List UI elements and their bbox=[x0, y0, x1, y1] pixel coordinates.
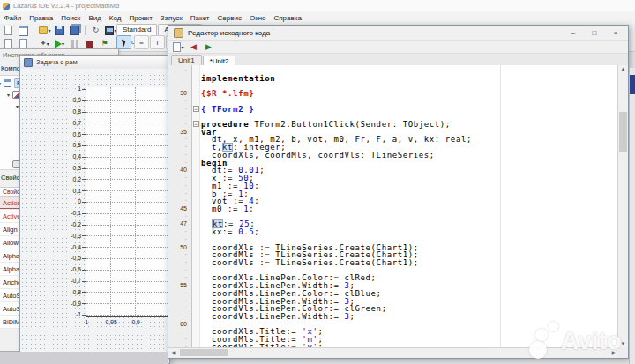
component-icon-2[interactable]: T bbox=[150, 35, 165, 49]
open-file-dropdown-button[interactable]: ▾ bbox=[172, 41, 186, 54]
gutter-line-28[interactable]: · bbox=[168, 75, 190, 83]
editor-vertical-scrollbar[interactable]: ▲ ▼ bbox=[617, 65, 628, 348]
gutter-dot: · bbox=[185, 106, 187, 112]
gutter-line-41[interactable]: · bbox=[168, 175, 190, 182]
code-text: coordXls, coordMls, coordVls: TLineSerie… bbox=[201, 151, 435, 160]
step-over-button-icon: ⚑ bbox=[101, 40, 108, 48]
open-button[interactable]: ▾ bbox=[38, 24, 52, 37]
code-line-28[interactable]: ·implementation bbox=[168, 75, 618, 83]
chart-ytick bbox=[82, 100, 86, 101]
gutter-line-37[interactable]: · bbox=[168, 144, 190, 152]
maximize-button[interactable]: □ bbox=[586, 27, 603, 38]
cursor-tool-button[interactable] bbox=[116, 35, 131, 49]
form-designer-surface[interactable]: 10,90,80,70,60,50,40,30,20,10-0,1-0,2-0,… bbox=[20, 69, 169, 363]
gutter-line-27[interactable]: · bbox=[168, 67, 190, 75]
code-line-48[interactable]: · kx:= 0.5; bbox=[168, 228, 618, 236]
gutter-line-34[interactable]: · bbox=[168, 121, 190, 129]
code-line-59[interactable]: · coordVls.LinePen.Width:= 3; bbox=[168, 313, 618, 321]
menu-item-10[interactable]: Окно bbox=[245, 14, 270, 22]
chart-ytick-label: -0,9 bbox=[62, 301, 81, 307]
code-line-32[interactable]: ·−{ TForm2 } bbox=[168, 106, 618, 114]
gutter-line-45[interactable]: 45 bbox=[168, 205, 190, 213]
main-titlebar[interactable]: Lazarus IDE v2.2.4 - projectMathMd bbox=[0, 0, 635, 12]
save-all-button[interactable] bbox=[68, 24, 82, 37]
gutter-line-36[interactable]: · bbox=[168, 136, 190, 144]
gutter-line-61[interactable]: · bbox=[168, 328, 190, 336]
form-titlebar[interactable]: Задача с рам bbox=[20, 56, 169, 70]
gutter-line-31[interactable]: · bbox=[168, 98, 190, 106]
menu-item-2[interactable]: Правка bbox=[26, 14, 57, 22]
gutter-line-50[interactable]: 50 bbox=[168, 244, 190, 252]
fold-collapse-icon[interactable]: − bbox=[193, 106, 199, 112]
scroll-right-icon[interactable]: ▶ bbox=[609, 348, 618, 358]
gutter-line-53[interactable]: · bbox=[168, 267, 190, 275]
gutter-line-30[interactable]: 30 bbox=[168, 90, 190, 98]
gutter-line-40[interactable]: 40 bbox=[168, 167, 190, 175]
gutter-line-33[interactable]: · bbox=[168, 113, 190, 121]
palette-tab-standard[interactable]: Standard bbox=[116, 24, 157, 35]
code-line-30[interactable]: 30{$R *.lfm} bbox=[168, 90, 618, 98]
gutter-line-58[interactable]: · bbox=[168, 305, 190, 313]
gutter-line-62[interactable]: · bbox=[168, 336, 190, 344]
gutter-line-47[interactable]: 47 bbox=[168, 220, 190, 228]
menu-item-3[interactable]: Поиск bbox=[57, 14, 85, 22]
menu-item-5[interactable]: Код bbox=[105, 14, 125, 22]
chart-gridline-h bbox=[86, 202, 169, 203]
chevron-down-icon[interactable]: ▾ bbox=[0, 80, 3, 86]
gutter-line-52[interactable]: · bbox=[168, 259, 190, 267]
save-button[interactable] bbox=[53, 24, 67, 37]
gutter-line-56[interactable]: · bbox=[168, 290, 190, 298]
editor-nav-toolbar: ▾◀▶ bbox=[168, 41, 628, 54]
new-unit-button[interactable] bbox=[2, 24, 16, 37]
menu-item-7[interactable]: Запуск bbox=[156, 14, 186, 22]
gutter-line-42[interactable]: · bbox=[168, 182, 190, 190]
gutter-line-46[interactable]: · bbox=[168, 213, 190, 221]
gutter-line-43[interactable]: · bbox=[168, 190, 190, 198]
scrollbar-thumb[interactable] bbox=[180, 349, 228, 356]
gutter-line-60[interactable]: 60 bbox=[168, 321, 190, 329]
gutter-line-35[interactable]: 35 bbox=[168, 129, 190, 137]
scroll-up-icon[interactable]: ▲ bbox=[618, 65, 628, 73]
gutter-line-57[interactable]: · bbox=[168, 298, 190, 306]
scroll-down-icon[interactable]: ▼ bbox=[618, 340, 628, 348]
jump-forward-button[interactable]: ▶ bbox=[202, 41, 216, 54]
fold-collapse-icon[interactable]: − bbox=[193, 121, 199, 127]
editor-horizontal-scrollbar[interactable]: ◀ ▶ bbox=[168, 347, 618, 358]
minimize-button[interactable]: – bbox=[564, 27, 582, 38]
code-line-45[interactable]: 45 m0 := 1; bbox=[168, 205, 618, 213]
gutter-line-55[interactable]: 55 bbox=[168, 282, 190, 290]
code-line-34[interactable]: ·−procedure TForm2.Button1Click(Sender: … bbox=[168, 121, 618, 129]
gutter-line-32[interactable]: · bbox=[168, 106, 190, 114]
gutter-line-59[interactable]: · bbox=[168, 313, 190, 321]
open-button-icon bbox=[39, 26, 49, 34]
scrollbar-thumb[interactable] bbox=[619, 112, 627, 152]
menu-item-6[interactable]: Проект bbox=[125, 14, 156, 22]
code-editor-area[interactable]: · ·implementation· 30{$R *.lfm}· ·−{ TFo… bbox=[168, 65, 618, 348]
gutter-line-39[interactable]: · bbox=[168, 160, 190, 167]
gutter-line-48[interactable]: · bbox=[168, 228, 190, 236]
menu-item-11[interactable]: Справка bbox=[270, 14, 305, 22]
gutter-line-29[interactable]: · bbox=[168, 82, 190, 90]
menu-item-8[interactable]: Пакет bbox=[186, 14, 213, 22]
dropdown-caret-icon: ▾ bbox=[47, 41, 49, 47]
menu-item-4[interactable]: Вид bbox=[85, 14, 105, 22]
gutter-line-51[interactable]: · bbox=[168, 251, 190, 259]
gutter-line-38[interactable]: · bbox=[168, 152, 190, 160]
code-line-52[interactable]: · coordVls := TLineSeries.Create(Chart1)… bbox=[168, 259, 618, 267]
component-icon-1[interactable]: ≡ bbox=[134, 35, 149, 49]
close-button[interactable]: × bbox=[607, 27, 624, 38]
editor-titlebar[interactable]: Редактор исходного кода –□× bbox=[168, 26, 628, 41]
code-line-38[interactable]: · coordXls, coordMls, coordVls: TLineSer… bbox=[168, 152, 618, 160]
menu-item-1[interactable]: Файл bbox=[0, 14, 26, 22]
jump-back-button[interactable]: ◀ bbox=[187, 41, 201, 54]
gutter-line-54[interactable]: · bbox=[168, 274, 190, 282]
rebuild-button[interactable]: ↻ bbox=[89, 24, 103, 37]
gutter-line-49[interactable]: · bbox=[168, 236, 190, 244]
gutter-line-44[interactable]: · bbox=[168, 197, 190, 205]
new-form-button[interactable] bbox=[17, 24, 31, 37]
code-text: ; bbox=[254, 197, 259, 205]
menu-item-9[interactable]: Сервис bbox=[213, 14, 245, 22]
scroll-left-icon[interactable]: ◀ bbox=[168, 348, 177, 358]
chevron-down-icon[interactable]: ▾ bbox=[5, 92, 11, 98]
code-text: coordVls := TLineSeries.Create(Chart1); bbox=[201, 258, 419, 267]
